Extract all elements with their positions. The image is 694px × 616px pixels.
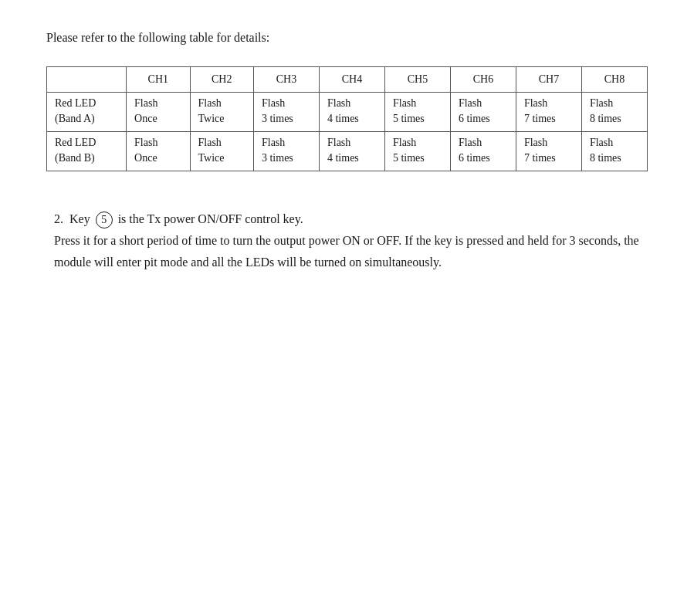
band-a-ch5-top: Flash — [384, 93, 450, 112]
section-2-line1: 2. Key 5 is the Tx power ON/OFF control … — [54, 208, 648, 230]
band-a-ch8-top: Flash — [581, 93, 647, 112]
band-a-ch7-bottom: 7 times — [516, 111, 581, 132]
band-a-ch5-bottom: 5 times — [384, 111, 450, 132]
intro-text: Please refer to the following table for … — [46, 31, 648, 45]
band-a-ch3-bottom: 3 times — [253, 111, 319, 132]
header-ch7: CH7 — [516, 67, 581, 93]
band-b-ch8-bottom: 8 times — [581, 151, 647, 171]
band-a-ch2-bottom: Twice — [190, 111, 253, 132]
header-ch4: CH4 — [319, 67, 384, 93]
band-b-ch1-bottom: Once — [127, 151, 190, 171]
band-b-ch3-bottom: 3 times — [253, 151, 319, 171]
header-ch8: CH8 — [581, 67, 647, 93]
band-a-label-bottom: (Band A) — [47, 111, 127, 132]
header-ch3: CH3 — [253, 67, 319, 93]
band-a-ch7-top: Flash — [516, 93, 581, 112]
band-b-ch7-top: Flash — [516, 132, 581, 151]
band-a-top-row: Red LED Flash Flash Flash Flash Flash Fl… — [47, 93, 648, 112]
section-2-line2: Press it for a short period of time to t… — [54, 230, 648, 273]
band-b-ch4-bottom: 4 times — [319, 151, 384, 171]
band-b-top-row: Red LED Flash Flash Flash Flash Flash Fl… — [47, 132, 648, 151]
section-2-number: 2. — [54, 212, 63, 225]
band-a-ch2-top: Flash — [190, 93, 253, 112]
band-b-ch6-bottom: 6 times — [450, 151, 516, 171]
band-b-label-top: Red LED — [47, 132, 127, 151]
band-a-bottom-row: (Band A) Once Twice 3 times 4 times 5 ti… — [47, 111, 648, 132]
header-empty — [47, 67, 127, 93]
table-header-row: CH1 CH2 CH3 CH4 CH5 CH6 CH7 CH8 — [47, 67, 648, 93]
band-b-label-bottom: (Band B) — [47, 151, 127, 171]
band-b-ch1-top: Flash — [127, 132, 190, 151]
band-a-ch6-bottom: 6 times — [450, 111, 516, 132]
key-circle-icon: 5 — [96, 212, 113, 228]
header-ch1: CH1 — [127, 67, 190, 93]
header-ch6: CH6 — [450, 67, 516, 93]
band-b-ch5-top: Flash — [384, 132, 450, 151]
band-a-ch1-top: Flash — [127, 93, 190, 112]
band-b-ch8-top: Flash — [581, 132, 647, 151]
band-b-ch2-bottom: Twice — [190, 151, 253, 171]
band-b-ch2-top: Flash — [190, 132, 253, 151]
band-a-label-top: Red LED — [47, 93, 127, 112]
band-a-ch4-bottom: 4 times — [319, 111, 384, 132]
band-a-ch3-top: Flash — [253, 93, 319, 112]
section-2-block: 2. Key 5 is the Tx power ON/OFF control … — [54, 208, 648, 273]
band-a-ch8-bottom: 8 times — [581, 111, 647, 132]
band-b-ch3-top: Flash — [253, 132, 319, 151]
band-a-ch4-top: Flash — [319, 93, 384, 112]
channel-table: CH1 CH2 CH3 CH4 CH5 CH6 CH7 CH8 Red LED … — [46, 66, 648, 171]
header-ch2: CH2 — [190, 67, 253, 93]
section-2-key-label: Key — [69, 212, 90, 225]
band-b-bottom-row: (Band B) Once Twice 3 times 4 times 5 ti… — [47, 151, 648, 171]
band-b-ch7-bottom: 7 times — [516, 151, 581, 171]
header-ch5: CH5 — [384, 67, 450, 93]
band-b-ch6-top: Flash — [450, 132, 516, 151]
band-a-ch6-top: Flash — [450, 93, 516, 112]
band-a-ch1-bottom: Once — [127, 111, 190, 132]
section-2-text1: is the Tx power ON/OFF control key. — [118, 212, 303, 225]
band-b-ch5-bottom: 5 times — [384, 151, 450, 171]
band-b-ch4-top: Flash — [319, 132, 384, 151]
